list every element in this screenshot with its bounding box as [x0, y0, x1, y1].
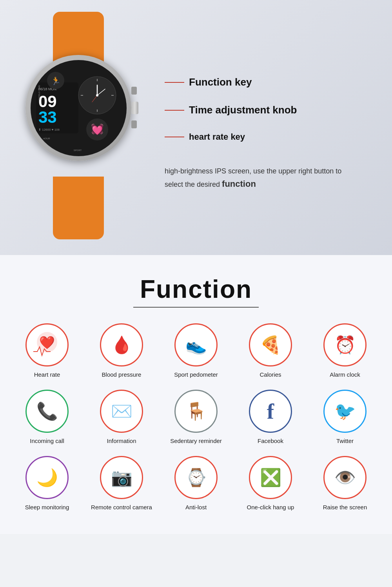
watch-face: 06/18 MON 09 33 ⬆ 12600 ♥ 108 — [12, 12, 145, 239]
feature-sleep-monitoring: 🌙Sleep monitoring — [12, 456, 82, 510]
crown — [131, 102, 138, 114]
time-knob-label: Time adjustment knob — [165, 104, 384, 116]
feature-label-remote-camera: Remote control camera — [91, 504, 152, 510]
feature-label-blood-pressure: Blood pressure — [102, 371, 142, 378]
feature-circle-sedentary-reminder: 🪑 — [174, 390, 218, 433]
feature-circle-information: ✉️ — [100, 390, 143, 433]
feature-icon-anti-lost: ⌚ — [185, 467, 207, 488]
svg-text:🏃: 🏃 — [51, 76, 61, 86]
function-title: Function — [12, 275, 380, 304]
feature-circle-raise-screen: 👁️ — [323, 456, 367, 499]
feature-label-sleep-monitoring: Sleep monitoring — [25, 504, 69, 510]
svg-text:💓: 💓 — [91, 123, 104, 135]
watch-case: 06/18 MON 09 33 ⬆ 12600 ♥ 108 — [25, 55, 131, 161]
button-bottom — [131, 120, 137, 128]
feature-label-information: Information — [107, 438, 136, 444]
feature-alarm-clock: ⏰Alarm clock — [310, 323, 380, 378]
feature-heart-rate: ❤️ Heart rate — [12, 323, 82, 378]
heart-rate-key-label: heart rate key — [165, 132, 384, 142]
feature-twitter: 🐦Twitter — [310, 390, 380, 444]
feature-icon-incoming-call: 📞 — [36, 401, 58, 421]
heart-rate-svg: ❤️ — [29, 327, 65, 363]
svg-text:SPORT: SPORT — [74, 149, 82, 151]
label-line-1 — [165, 82, 184, 83]
svg-text:WORLD TIME: WORLD TIME — [38, 85, 40, 100]
feature-facebook: fFacebook — [235, 390, 306, 444]
feature-icon-calories: 🍕 — [260, 335, 281, 355]
feature-information: ✉️Information — [86, 390, 157, 444]
feature-circle-alarm-clock: ⏰ — [323, 323, 367, 366]
feature-icon-sleep-monitoring: 🌙 — [36, 467, 58, 488]
feature-label-incoming-call: Incoming call — [30, 438, 64, 444]
feature-icon-sedentary-reminder: 🪑 — [185, 401, 207, 421]
feature-icon-sport-pedometer: 👟 — [185, 335, 207, 355]
feature-icon-blood-pressure: 🩸 — [111, 335, 132, 355]
feature-circle-calories: 🍕 — [249, 323, 292, 366]
strap-bottom — [53, 177, 104, 239]
svg-text:⬆ 12600  ♥ 108: ⬆ 12600 ♥ 108 — [38, 128, 60, 131]
feature-label-hang-up: One-click hang up — [247, 504, 294, 510]
function-underline — [133, 307, 259, 308]
feature-circle-incoming-call: 📞 — [25, 390, 69, 433]
feature-icon-alarm-clock: ⏰ — [334, 335, 356, 355]
feature-icon-information: ✉️ — [111, 401, 132, 421]
top-section: 06/18 MON 09 33 ⬆ 12600 ♥ 108 — [0, 0, 392, 255]
feature-raise-screen: 👁️Raise the screen — [310, 456, 380, 510]
feature-label-twitter: Twitter — [336, 438, 354, 444]
label-line-2 — [165, 110, 184, 111]
svg-text:❤️: ❤️ — [39, 335, 55, 350]
svg-text:33: 33 — [38, 108, 57, 126]
heart-rate-key-text: heart rate key — [189, 132, 245, 142]
feature-label-facebook: Facebook — [258, 438, 283, 444]
feature-remote-camera: 📷Remote control camera — [86, 456, 157, 510]
function-title-wrap: Function — [12, 275, 380, 308]
feature-icon-remote-camera: 📷 — [111, 467, 132, 488]
feature-icon-raise-screen: 👁️ — [334, 467, 356, 488]
function-key-text: Function key — [189, 76, 252, 88]
watch-face-svg: 06/18 MON 09 33 ⬆ 12600 ♥ 108 — [31, 61, 125, 155]
feature-circle-facebook: f — [249, 390, 292, 433]
button-top — [131, 87, 137, 95]
feature-hang-up: ❎One-click hang up — [235, 456, 306, 510]
feature-circle-heart-rate: ❤️ — [25, 323, 69, 366]
feature-icon-twitter: 🐦 — [334, 401, 356, 421]
feature-label-raise-screen: Raise the screen — [323, 504, 367, 510]
feature-label-calories: Calories — [260, 371, 281, 378]
feature-icon-facebook: f — [267, 399, 274, 424]
feature-label-heart-rate: Heart rate — [34, 371, 60, 378]
feature-circle-hang-up: ❎ — [249, 456, 292, 499]
watch-face-inner: 06/18 MON 09 33 ⬆ 12600 ♥ 108 — [31, 60, 127, 156]
feature-circle-blood-pressure: 🩸 — [100, 323, 143, 366]
features-grid: ❤️ Heart rate🩸Blood pressure👟Sport pedom… — [12, 323, 380, 510]
svg-point-14 — [96, 94, 98, 97]
feature-icon-hang-up: ❎ — [260, 467, 281, 488]
feature-blood-pressure: 🩸Blood pressure — [86, 323, 157, 378]
feature-label-anti-lost: Anti-lost — [185, 504, 207, 510]
label-line-3 — [165, 137, 184, 137]
feature-calories: 🍕Calories — [235, 323, 306, 378]
feature-label-alarm-clock: Alarm clock — [330, 371, 360, 378]
feature-sedentary-reminder: 🪑Sedentary reminder — [161, 390, 231, 444]
feature-label-sport-pedometer: Sport pedometer — [174, 371, 218, 378]
feature-incoming-call: 📞Incoming call — [12, 390, 82, 444]
feature-circle-sport-pedometer: 👟 — [174, 323, 218, 366]
watch-container: 06/18 MON 09 33 ⬆ 12600 ♥ 108 — [8, 12, 149, 239]
time-knob-text: Time adjustment knob — [189, 104, 297, 116]
feature-anti-lost: ⌚Anti-lost — [161, 456, 231, 510]
feature-circle-twitter: 🐦 — [323, 390, 367, 433]
function-key-label: Function key — [165, 76, 384, 88]
svg-text:HOUR: HOUR — [43, 137, 50, 140]
watch-info: Function key Time adjustment knob heart … — [165, 60, 384, 191]
feature-circle-anti-lost: ⌚ — [174, 456, 218, 499]
feature-sport-pedometer: 👟Sport pedometer — [161, 323, 231, 378]
feature-circle-sleep-monitoring: 🌙 — [25, 456, 69, 499]
feature-label-sedentary-reminder: Sedentary reminder — [170, 438, 222, 444]
function-section: Function ❤️ Heart rate🩸Blood pressure👟Sp… — [0, 255, 392, 534]
description-text: high-brightness IPS screen, use the uppe… — [165, 166, 345, 191]
feature-circle-remote-camera: 📷 — [100, 456, 143, 499]
